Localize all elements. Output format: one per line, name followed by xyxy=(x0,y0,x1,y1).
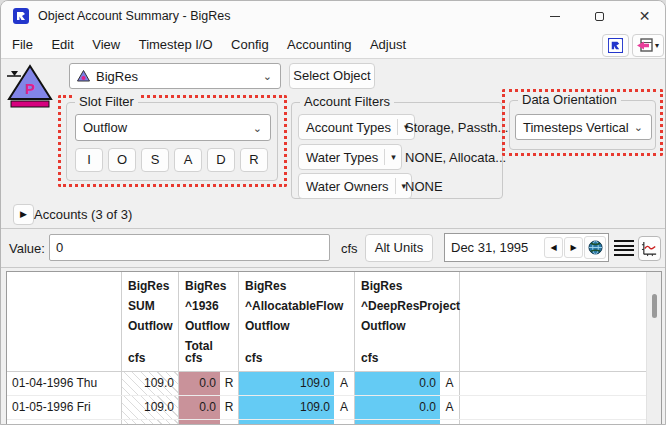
account-view-button[interactable]: ▾ xyxy=(632,34,664,57)
io-button-o[interactable]: O xyxy=(108,148,136,172)
minimize-icon xyxy=(550,16,560,17)
maximize-icon xyxy=(595,12,604,21)
svg-text:P: P xyxy=(25,80,35,97)
corner-header-cell xyxy=(7,272,122,371)
riverware-home-button[interactable] xyxy=(602,34,629,57)
plot-button[interactable] xyxy=(638,236,661,261)
select-object-button[interactable]: Select Object xyxy=(289,63,375,89)
alt-units-button[interactable]: Alt Units xyxy=(365,234,433,262)
date-field[interactable]: Dec 31, 1995 xyxy=(445,240,544,255)
flag-deepresproject: A xyxy=(440,396,460,419)
divider xyxy=(1,267,666,268)
cell-deepresproject-outflow[interactable]: 0.0 xyxy=(355,372,440,395)
menu-item-timestep-io[interactable]: Timestep I/O xyxy=(132,31,220,58)
reservoir-mini-icon xyxy=(77,70,90,82)
header-filler xyxy=(460,272,661,371)
io-button-d[interactable]: D xyxy=(207,148,235,172)
object-selector-value: BigRes xyxy=(96,69,138,84)
chevron-down-icon: ⌄ xyxy=(634,122,643,132)
menu-item-config[interactable]: Config xyxy=(224,31,276,58)
cell-allocatableflow-outflow[interactable]: 109.0 xyxy=(239,372,334,395)
cell-allocatableflow-outflow[interactable]: 109.0 xyxy=(239,420,334,425)
table-row[interactable]: 01-04-1996 Thu 109.0 0.0 R 109.0 A 0.0 A xyxy=(7,372,661,396)
menu-item-file[interactable]: File xyxy=(5,31,40,58)
account-summary-table: BigRes SUM Outflow cfs BigRes ^1936 Outf… xyxy=(6,271,662,425)
menu-item-edit[interactable]: Edit xyxy=(44,31,80,58)
table-row[interactable]: 01-06-1996 Sat 109.0 0.0 R 109.0 A 0.0 A xyxy=(7,420,661,425)
cell-sum-outflow[interactable]: 109.0 xyxy=(122,396,179,419)
row-view-button[interactable] xyxy=(613,238,635,258)
column-header-deepresproject-outflow[interactable]: BigRes ^DeepResProject Outflow cfs xyxy=(355,272,460,371)
plot-icon xyxy=(641,240,658,257)
menu-item-accounting[interactable]: Accounting xyxy=(280,31,358,58)
globe-icon xyxy=(588,240,603,255)
account-types-value: Storage, Passth... xyxy=(405,120,508,135)
io-button-r[interactable]: R xyxy=(240,148,268,172)
water-types-button[interactable]: Water Types ▾ xyxy=(298,144,402,170)
column-header-1936-outflow-total[interactable]: BigRes ^1936 Outflow Total cfs xyxy=(179,272,239,371)
account-types-button[interactable]: Account Types ▾ xyxy=(298,114,415,140)
divider xyxy=(395,178,396,194)
row-header-date: 01-05-1996 Fri xyxy=(7,396,122,419)
cell-1936-outflow[interactable]: 0.0 xyxy=(179,396,220,419)
data-orientation-group: Data Orientation Timesteps Vertical ⌄ xyxy=(509,100,656,150)
cell-1936-outflow[interactable]: 0.0 xyxy=(179,420,220,425)
cell-sum-outflow[interactable]: 109.0 xyxy=(122,372,179,395)
water-types-value: NONE, Allocata... xyxy=(405,150,506,165)
cell-sum-outflow[interactable]: 109.0 xyxy=(122,420,179,425)
account-filters-group: Account Filters Account Types ▾ Storage,… xyxy=(291,102,503,199)
flag-allocatableflow: A xyxy=(334,396,355,419)
table-header-row: BigRes SUM Outflow cfs BigRes ^1936 Outf… xyxy=(7,272,661,372)
column-header-allocatableflow-outflow[interactable]: BigRes ^AllocatableFlow Outflow cfs xyxy=(239,272,355,371)
value-input[interactable]: 0 xyxy=(49,234,330,261)
scrollbar-thumb[interactable] xyxy=(652,294,657,318)
data-orientation-combo[interactable]: Timesteps Vertical ⌄ xyxy=(515,114,652,140)
flag-deepresproject: A xyxy=(440,420,460,425)
title-bar: Object Account Summary - BigRes ✕ xyxy=(1,1,666,31)
io-button-a[interactable]: A xyxy=(174,148,202,172)
window-title: Object Account Summary - BigRes xyxy=(38,1,230,31)
flag-1936: R xyxy=(220,420,239,425)
slot-filter-value: Outflow xyxy=(83,120,127,135)
accounts-expander-label: Accounts (3 of 3) xyxy=(34,207,132,222)
table-row[interactable]: 01-05-1996 Fri 109.0 0.0 R 109.0 A 0.0 A xyxy=(7,396,661,420)
left-arrow-icon: ◀ xyxy=(550,243,556,252)
slot-io-buttons: I O S A D R xyxy=(75,148,268,172)
vertical-scrollbar[interactable] xyxy=(646,272,661,425)
prev-timestep-button[interactable]: ◀ xyxy=(544,237,563,258)
maximize-button[interactable] xyxy=(577,1,622,31)
dropdown-arrow-icon: ▾ xyxy=(655,41,659,50)
chevron-down-icon: ⌄ xyxy=(263,71,272,81)
water-owners-value: NONE xyxy=(405,179,443,194)
riverware-logo-icon xyxy=(13,8,29,24)
close-button[interactable]: ✕ xyxy=(622,1,666,31)
minimize-button[interactable] xyxy=(532,1,577,31)
account-view-icon xyxy=(637,38,653,53)
rows-icon xyxy=(614,240,634,242)
global-time-button[interactable] xyxy=(584,236,606,259)
menu-item-adjust[interactable]: Adjust xyxy=(363,31,413,58)
column-header-sum-outflow[interactable]: BigRes SUM Outflow cfs xyxy=(122,272,179,371)
cell-deepresproject-outflow[interactable]: 0.0 xyxy=(355,396,440,419)
cell-deepresproject-outflow[interactable]: 0.0 xyxy=(355,420,440,425)
menu-item-view[interactable]: View xyxy=(85,31,127,58)
cell-1936-outflow[interactable]: 0.0 xyxy=(179,372,220,395)
account-filters-title: Account Filters xyxy=(300,94,394,109)
accounts-expander-button[interactable]: ▶ xyxy=(13,204,34,225)
io-button-s[interactable]: S xyxy=(141,148,169,172)
slot-filter-title: Slot Filter xyxy=(75,94,138,109)
value-label: Value: xyxy=(9,241,45,256)
data-orientation-value: Timesteps Vertical xyxy=(523,120,629,135)
dropdown-arrow-icon: ▾ xyxy=(391,152,396,162)
water-owners-button[interactable]: Water Owners ▾ xyxy=(298,173,412,199)
cell-allocatableflow-outflow[interactable]: 109.0 xyxy=(239,396,334,419)
divider xyxy=(397,119,398,135)
next-timestep-button[interactable]: ▶ xyxy=(564,237,583,258)
riverware-logo-icon xyxy=(608,38,623,53)
object-selector-combo[interactable]: BigRes ⌄ xyxy=(69,63,281,89)
io-button-i[interactable]: I xyxy=(75,148,103,172)
row-header-date: 01-06-1996 Sat xyxy=(7,420,122,425)
reservoir-icon: P xyxy=(6,63,54,109)
slot-filter-combo[interactable]: Outflow ⌄ xyxy=(75,114,271,141)
data-orientation-title: Data Orientation xyxy=(518,92,621,107)
